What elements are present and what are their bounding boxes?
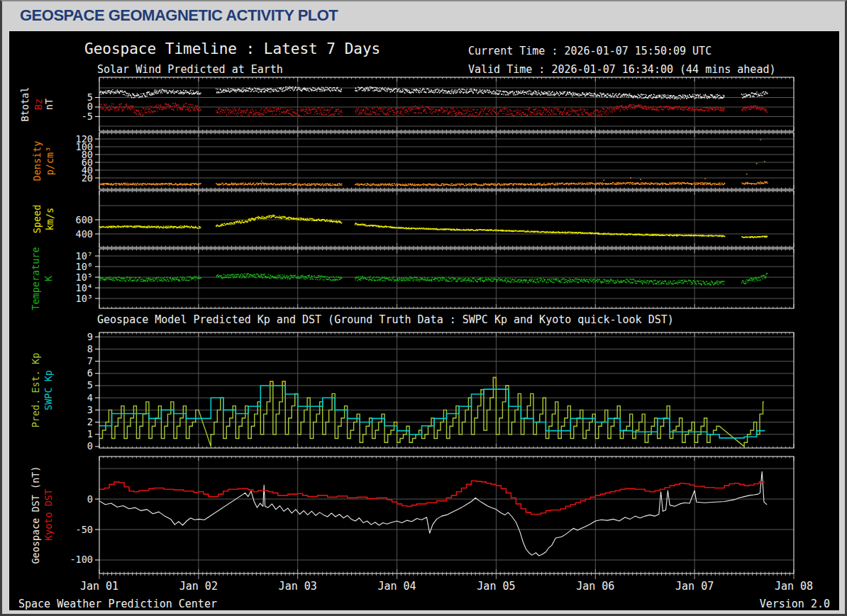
panel-solar-wind-temperature: 10⁷10⁶10⁵10⁴10³TemperatureK [30,247,794,310]
dst-axis-label: Kyoto DST [43,489,54,541]
timeline-title: Geospace Timeline : Latest 7 Days [84,40,380,57]
x-tick-label: Jan 07 [675,580,714,593]
solar-wind-b-axis-label: nT [43,99,55,110]
dst-geospace-dst-series [99,471,767,556]
kp-tick-label: 1 [87,428,93,439]
current-time-label: Current Time : 2026-01-07 15:50:09 UTC [468,45,712,57]
kp-axis-label: SWPC Kp [43,370,54,410]
panel-kp: 9876543210Pred. Est. KpSWPC Kp [30,331,794,452]
solar-wind-density-axis-label: Density [31,141,43,181]
kp-tick-label: 7 [87,355,93,366]
dst-kyoto-dst-series [99,481,764,514]
kp-tick-label: 3 [87,404,93,415]
dst-tick-label: -50 [76,524,93,535]
solar-wind-density-tick-label: 20 [82,172,93,184]
solar-wind-subtitle: Solar Wind Predicted at Earth [97,63,283,76]
solar-wind-b-btotal-series [99,86,768,99]
solar-wind-temperature-tick-label: 10⁶ [76,261,93,272]
kp-tick-label: 2 [87,416,93,427]
section-title: Geospace Model Predicted Kp and DST (Gro… [97,313,674,326]
panel-solar-wind-speed: 600400Speedkm/s [31,191,794,247]
footer-credit: Space Weather Prediction Center [18,598,217,610]
solar-wind-speed-tick-label: 400 [76,228,93,240]
solar-wind-temperature-temperature-series [99,274,768,285]
x-tick-label: Jan 06 [576,580,614,593]
kp-tick-label: 6 [87,367,93,379]
dst-tick-label: 0 [87,493,93,505]
kp-tick-label: 4 [87,392,93,403]
kp-pred-est-kp-series [99,378,764,447]
valid-time-label: Valid Time : 2026-01-07 16:34:00 (44 min… [468,63,775,76]
panel-dst: 0-50-100Geospace DST (nT)Kyoto DST [30,457,794,573]
kp-tick-label: 8 [87,343,93,354]
x-tick-label: Jan 04 [377,580,416,593]
solar-wind-temperature-tick-label: 10³ [76,293,93,304]
solar-wind-temperature-tick-label: 10⁷ [76,250,93,262]
x-tick-label: Jan 03 [279,580,317,593]
panel-solar-wind-density: 12010080604020Densityp/cm³ [31,133,794,189]
solar-wind-temperature-tick-label: 10⁵ [76,271,93,283]
x-tick-label: Jan 05 [477,580,515,593]
window-title-bar: GEOSPACE GEOMAGNETIC ACTIVITY PLOT [2,1,845,30]
x-axis: Jan 01Jan 02Jan 03Jan 04Jan 05Jan 06Jan … [80,573,813,593]
kp-axis-label: Pred. Est. Kp [30,353,41,428]
solar-wind-temperature-axis-label: K [43,275,54,281]
x-tick-label: Jan 08 [775,580,813,593]
panel-solar-wind-b: 50-5BtotalBznT [19,77,794,131]
kp-tick-label: 5 [87,379,93,391]
solar-wind-b-axis-label: Btotal [19,87,31,122]
solar-wind-speed-tick-label: 600 [76,214,93,225]
plot-area: 50-5BtotalBznT12010080604020Densityp/cm³… [9,30,840,611]
kp-tick-label: 0 [87,440,93,452]
footer-version: Version 2.0 [760,598,830,610]
solar-wind-speed-speed-series [99,215,768,237]
dst-tick-label: -100 [70,554,93,565]
solar-wind-speed-axis-label: km/s [44,208,55,231]
solar-wind-b-tick-label: -5 [82,111,93,122]
x-tick-label: Jan 02 [179,580,218,593]
page: GEOSPACE GEOMAGNETIC ACTIVITY PLOT 50-5B… [0,0,847,616]
solar-wind-b-axis-label: Bz [33,99,44,110]
window-title: GEOSPACE GEOMAGNETIC ACTIVITY PLOT [20,6,338,25]
x-tick-label: Jan 01 [80,580,118,593]
solar-wind-b-bz-series [99,103,768,116]
solar-wind-temperature-axis-label: Temperature [30,247,41,310]
dst-axis-label: Geospace DST (nT) [30,466,41,564]
kp-tick-label: 9 [87,331,93,342]
solar-wind-temperature-tick-label: 10⁴ [76,282,93,293]
solar-wind-density-axis-label: p/cm³ [44,147,55,176]
solar-wind-speed-axis-label: Speed [31,205,43,234]
